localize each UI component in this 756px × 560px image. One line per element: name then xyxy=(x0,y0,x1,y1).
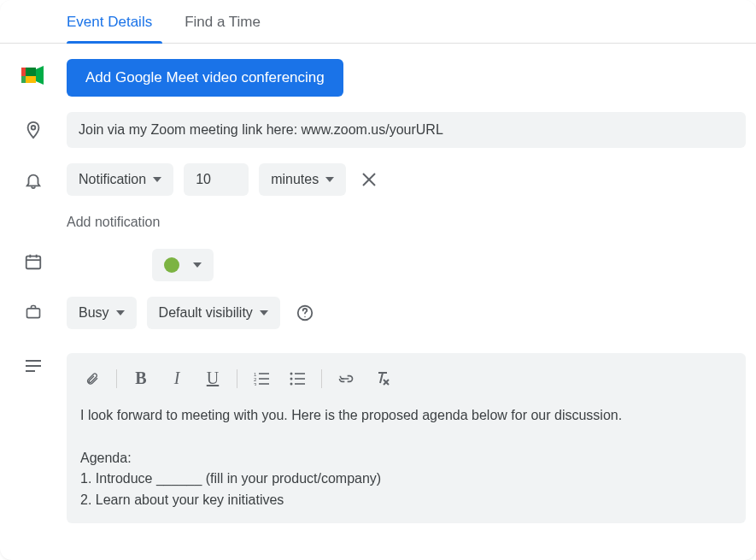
notification-icon xyxy=(0,163,67,191)
caret-down-icon xyxy=(116,310,125,315)
caret-down-icon xyxy=(193,262,202,268)
svg-rect-16 xyxy=(27,309,40,318)
insert-link-icon[interactable] xyxy=(334,374,358,384)
svg-marker-8 xyxy=(325,177,334,182)
svg-marker-15 xyxy=(193,262,202,268)
numbered-list-icon[interactable]: 1 2 3 xyxy=(249,372,273,386)
add-notification-button[interactable]: Add notification xyxy=(67,215,746,230)
location-input[interactable]: Join via my Zoom meeting link here: www.… xyxy=(67,112,746,148)
location-icon xyxy=(0,112,67,141)
tab-find-a-time[interactable]: Find a Time xyxy=(185,3,271,43)
visibility-label: Default visibility xyxy=(159,305,253,321)
caret-down-icon xyxy=(153,177,161,182)
description-icon xyxy=(0,353,67,372)
italic-icon[interactable]: I xyxy=(165,368,189,388)
svg-marker-7 xyxy=(153,177,161,182)
google-meet-icon xyxy=(0,59,67,85)
notification-number-input[interactable]: 10 xyxy=(184,163,249,196)
description-line: 1. Introduce ______ (fill in your produc… xyxy=(80,469,732,490)
svg-point-6 xyxy=(32,126,36,130)
svg-point-30 xyxy=(290,372,293,374)
caret-down-icon xyxy=(325,177,334,182)
svg-point-20 xyxy=(304,316,305,317)
description-text[interactable]: I look forward to meeting with you. Here… xyxy=(80,405,732,511)
availability-label: Busy xyxy=(79,305,109,321)
notification-type-label: Notification xyxy=(79,172,146,187)
underline-icon[interactable]: U xyxy=(201,368,225,388)
tabs: Event Details Find a Time xyxy=(0,3,756,44)
description-box[interactable]: B I U 1 2 3 xyxy=(67,353,746,523)
svg-point-32 xyxy=(290,382,293,385)
bulleted-list-icon[interactable] xyxy=(285,372,309,386)
notification-unit-select[interactable]: minutes xyxy=(259,163,346,196)
description-line: I look forward to meeting with you. Here… xyxy=(80,405,732,427)
svg-marker-17 xyxy=(116,310,125,315)
description-line: Agenda: xyxy=(80,448,732,469)
svg-marker-18 xyxy=(260,310,268,315)
add-google-meet-button[interactable]: Add Google Meet video conferencing xyxy=(67,59,343,97)
notification-unit-label: minutes xyxy=(271,172,319,187)
visibility-select[interactable]: Default visibility xyxy=(147,297,280,329)
notification-type-select[interactable]: Notification xyxy=(67,163,173,196)
toolbar-divider xyxy=(321,369,322,388)
briefcase-icon xyxy=(0,297,67,321)
visibility-help-icon[interactable] xyxy=(296,304,314,322)
clear-formatting-icon[interactable] xyxy=(370,371,394,386)
remove-notification-button[interactable] xyxy=(356,167,382,192)
calendar-icon xyxy=(0,245,67,271)
svg-rect-4 xyxy=(26,68,36,76)
svg-rect-11 xyxy=(26,256,41,269)
toolbar-divider xyxy=(237,369,237,388)
attach-file-icon[interactable] xyxy=(80,370,104,387)
toolbar-divider xyxy=(116,369,117,388)
svg-marker-5 xyxy=(36,66,44,85)
svg-point-31 xyxy=(290,377,293,380)
caret-down-icon xyxy=(260,310,268,315)
tab-event-details[interactable]: Event Details xyxy=(67,3,162,43)
description-toolbar: B I U 1 2 3 xyxy=(80,368,732,388)
event-color-select[interactable] xyxy=(152,249,214,281)
availability-select[interactable]: Busy xyxy=(67,297,137,329)
svg-text:3: 3 xyxy=(254,382,257,386)
color-dot-icon xyxy=(164,257,179,273)
bold-icon[interactable]: B xyxy=(129,368,153,388)
description-line: 2. Learn about your key initiatives xyxy=(80,490,732,511)
